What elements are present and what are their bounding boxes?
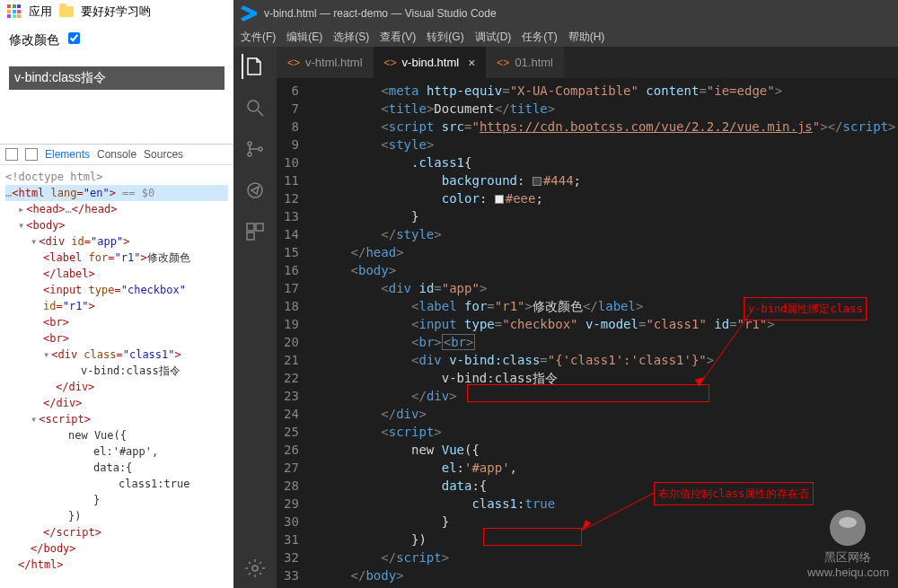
watermark-name: 黑区网络 xyxy=(807,549,889,566)
device-icon[interactable] xyxy=(25,148,38,161)
svg-point-2 xyxy=(248,142,251,145)
tab-01[interactable]: <>01.html xyxy=(486,47,564,78)
svg-point-9 xyxy=(252,566,258,571)
menu-file[interactable]: 文件(F) xyxy=(241,30,276,45)
svg-point-3 xyxy=(248,153,251,156)
bookmark-label[interactable]: 要好好学习哟 xyxy=(81,4,151,20)
menu-goto[interactable]: 转到(G) xyxy=(427,30,463,45)
dt-doctype: <!doctype html> xyxy=(5,169,228,185)
vscode-window: v-bind.html — react-demo — Visual Studio… xyxy=(233,0,898,588)
extensions-icon[interactable] xyxy=(242,219,268,244)
devtools-toolbar: Elements Console Sources xyxy=(0,145,233,165)
editor-area: <>v-html.html <>v-bind.html× <>01.html 6… xyxy=(277,47,898,588)
devtools-elements-tree[interactable]: <!doctype html> …<html lang="en"> == $0 … xyxy=(0,165,233,576)
browser-panel: 应用 要好好学习哟 修改颜色 v-bind:class指令 Elements C… xyxy=(0,0,233,588)
tab-v-html[interactable]: <>v-html.html xyxy=(277,47,374,78)
svg-point-4 xyxy=(259,147,262,151)
tab-console[interactable]: Console xyxy=(97,148,136,161)
menu-edit[interactable]: 编辑(E) xyxy=(286,30,322,45)
svg-line-1 xyxy=(258,110,263,116)
watermark-url: www.heiqu.com xyxy=(807,566,889,579)
git-icon[interactable] xyxy=(242,136,268,162)
code-area[interactable]: 6789101112131415161718192021222324252627… xyxy=(277,78,898,588)
menu-debug[interactable]: 调试(D) xyxy=(475,30,512,45)
settings-icon[interactable] xyxy=(233,557,277,579)
activity-bar xyxy=(233,47,277,588)
vscode-title: v-bind.html — react-demo — Visual Studio… xyxy=(264,7,497,20)
watermark: 黑区网络 www.heiqu.com xyxy=(807,510,889,579)
apps-label[interactable]: 应用 xyxy=(29,4,52,20)
page-label[interactable]: 修改颜色 xyxy=(9,32,59,48)
menu-tasks[interactable]: 任务(T) xyxy=(522,30,557,45)
explorer-icon[interactable] xyxy=(242,54,267,79)
dt-div-app[interactable]: <div id="app"> xyxy=(39,235,129,248)
vscode-logo-icon xyxy=(241,5,257,22)
folder-icon[interactable] xyxy=(59,6,74,17)
browser-bookmarks-bar: 应用 要好好学习哟 xyxy=(0,0,233,23)
watermark-logo-icon xyxy=(830,510,866,546)
search-icon[interactable] xyxy=(242,95,268,120)
dt-body-open[interactable]: <body> xyxy=(26,219,65,232)
tab-v-bind[interactable]: <>v-bind.html× xyxy=(374,47,487,78)
svg-point-0 xyxy=(248,101,259,111)
menu-help[interactable]: 帮助(H) xyxy=(568,30,605,45)
tab-elements[interactable]: Elements xyxy=(45,148,90,161)
svg-rect-8 xyxy=(247,233,254,240)
svg-point-5 xyxy=(248,183,262,197)
vscode-menubar: 文件(F) 编辑(E) 选择(S) 查看(V) 转到(G) 调试(D) 任务(T… xyxy=(233,27,898,47)
rendered-page: 修改颜色 v-bind:class指令 xyxy=(0,23,233,99)
vscode-titlebar: v-bind.html — react-demo — Visual Studio… xyxy=(233,0,898,27)
debug-icon[interactable] xyxy=(242,178,268,203)
page-checkbox[interactable] xyxy=(68,32,80,44)
close-icon[interactable]: × xyxy=(468,56,475,70)
bound-div: v-bind:class指令 xyxy=(9,66,224,90)
line-gutter: 6789101112131415161718192021222324252627… xyxy=(277,78,313,588)
dt-head[interactable]: <head> xyxy=(26,203,65,215)
html-file-icon: <> xyxy=(497,57,509,69)
inspect-icon[interactable] xyxy=(5,148,18,161)
tab-sources[interactable]: Sources xyxy=(144,148,183,161)
menu-view[interactable]: 查看(V) xyxy=(380,30,416,45)
svg-rect-7 xyxy=(256,224,263,231)
apps-icon[interactable] xyxy=(7,4,22,19)
tab-bar: <>v-html.html <>v-bind.html× <>01.html xyxy=(277,47,898,78)
devtools-panel: Elements Console Sources <!doctype html>… xyxy=(0,144,233,576)
dt-html-open[interactable]: …<html lang="en"> == $0 xyxy=(5,185,228,201)
html-file-icon: <> xyxy=(287,57,300,69)
menu-select[interactable]: 选择(S) xyxy=(333,30,369,45)
svg-rect-6 xyxy=(247,224,254,231)
html-file-icon: <> xyxy=(384,57,397,69)
